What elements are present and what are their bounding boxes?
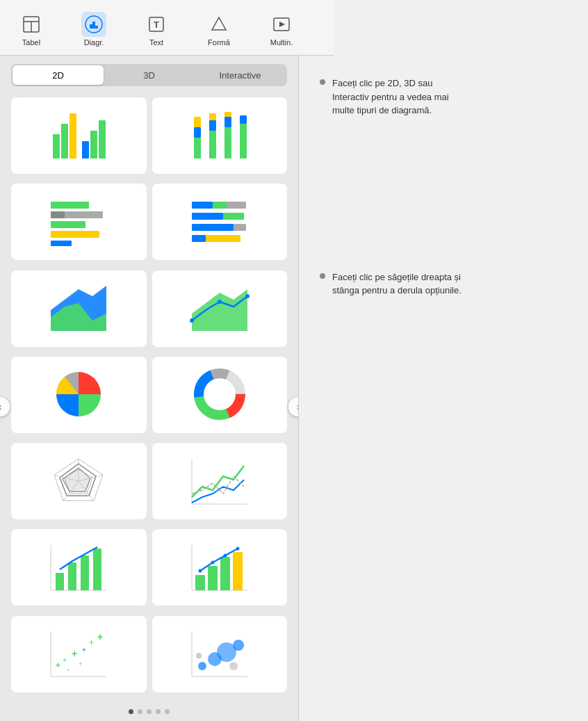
- chart-grid: + + + + + + + +: [0, 92, 298, 702]
- chart-cell-horizontal-bar-2[interactable]: [152, 184, 288, 260]
- media-icon: [269, 12, 294, 37]
- svg-point-46: [245, 294, 250, 298]
- svg-point-76: [198, 569, 202, 572]
- svg-rect-26: [51, 202, 89, 209]
- chart-cell-area[interactable]: [11, 270, 147, 347]
- svg-rect-36: [223, 213, 244, 220]
- svg-rect-31: [51, 241, 72, 246]
- chart-panel: 2D 3D Interactive ‹: [0, 56, 299, 721]
- svg-marker-56: [63, 468, 90, 492]
- toolbar-media[interactable]: Multin.: [250, 9, 313, 49]
- toolbar-text[interactable]: T Text: [125, 9, 188, 49]
- chart-cell-bar-grouped[interactable]: [11, 97, 147, 174]
- svg-point-77: [211, 560, 214, 564]
- svg-rect-35: [192, 213, 223, 220]
- svg-rect-23: [240, 124, 247, 159]
- svg-text:+: +: [67, 667, 70, 673]
- svg-rect-66: [56, 573, 64, 590]
- svg-point-92: [198, 662, 206, 670]
- svg-rect-24: [240, 115, 247, 124]
- callout-2-text: Faceți clic pe săgețile dreapta și stâng…: [332, 270, 471, 298]
- toolbar: Tabel Diagr. T Text Formă: [0, 0, 334, 56]
- toolbar-forma-label: Formă: [208, 38, 230, 47]
- svg-rect-74: [220, 557, 230, 590]
- svg-rect-16: [194, 117, 201, 127]
- callout-2: Faceți clic pe săgețile dreapta și stâng…: [320, 270, 567, 298]
- chart-cell-bar-line-2[interactable]: [152, 529, 288, 606]
- segmented-control: 2D 3D Interactive: [11, 64, 287, 86]
- seg-btn-interactive[interactable]: Interactive: [195, 65, 286, 85]
- svg-rect-38: [234, 224, 246, 231]
- chart-cell-scatter[interactable]: + + + + + + + +: [11, 616, 147, 692]
- table-icon: [19, 12, 44, 37]
- callout-2-line: [320, 270, 325, 279]
- chart-cell-bubble[interactable]: [152, 616, 288, 692]
- toolbar-diagrama[interactable]: Diagr.: [63, 9, 125, 49]
- dot-2[interactable]: [138, 709, 142, 714]
- svg-rect-69: [93, 549, 101, 590]
- chart-cell-horizontal-bar[interactable]: [11, 184, 147, 260]
- svg-rect-17: [209, 131, 216, 159]
- toolbar-forma[interactable]: Formă: [188, 9, 250, 49]
- svg-text:+: +: [56, 661, 60, 670]
- svg-rect-22: [224, 112, 231, 117]
- svg-rect-15: [194, 127, 201, 138]
- svg-point-44: [190, 318, 194, 323]
- svg-rect-28: [51, 211, 65, 218]
- svg-point-96: [196, 653, 202, 658]
- svg-rect-72: [195, 575, 205, 590]
- text-icon: T: [144, 12, 169, 37]
- callout-1: Faceți clic pe 2D, 3D sau Interactiv pen…: [320, 76, 567, 118]
- callout-1-dot: [320, 79, 325, 85]
- callout-1-text: Faceți clic pe 2D, 3D sau Interactiv pen…: [332, 76, 471, 118]
- chart-cell-bar-stacked[interactable]: [152, 97, 288, 174]
- svg-rect-14: [194, 138, 201, 159]
- svg-rect-37: [192, 224, 234, 231]
- svg-point-95: [233, 640, 244, 651]
- svg-rect-19: [209, 113, 216, 120]
- svg-rect-13: [99, 120, 106, 159]
- svg-point-45: [218, 300, 222, 304]
- svg-rect-34: [227, 202, 246, 209]
- svg-text:+: +: [82, 646, 86, 654]
- svg-rect-40: [206, 235, 240, 242]
- svg-text:T: T: [154, 19, 159, 30]
- chart-cell-bar-line[interactable]: [11, 529, 147, 606]
- chart-cell-donut[interactable]: [152, 357, 288, 433]
- chart-cell-radar[interactable]: [11, 443, 147, 519]
- svg-rect-18: [209, 120, 216, 131]
- svg-rect-9: [61, 124, 68, 159]
- dot-4[interactable]: [156, 709, 161, 714]
- svg-rect-8: [53, 134, 60, 159]
- toolbar-diagrama-label: Diagr.: [84, 38, 104, 47]
- callout-2-dot: [320, 273, 325, 279]
- svg-text:+: +: [79, 661, 82, 667]
- seg-btn-3d[interactable]: 3D: [104, 65, 195, 85]
- pagination-dots: [0, 702, 298, 721]
- chart-bar-icon: [81, 12, 106, 37]
- chart-cell-area-line[interactable]: [152, 270, 288, 347]
- seg-btn-2d[interactable]: 2D: [13, 65, 104, 85]
- chart-cell-pie[interactable]: [11, 357, 147, 433]
- shape-icon: [206, 12, 231, 37]
- svg-rect-32: [192, 202, 213, 209]
- svg-rect-20: [224, 127, 231, 159]
- toolbar-tabel-label: Tabel: [22, 38, 40, 47]
- svg-rect-10: [70, 113, 76, 159]
- chart-cell-line[interactable]: [152, 443, 288, 519]
- callout-area: Faceți clic pe 2D, 3D sau Interactiv pen…: [299, 56, 588, 721]
- svg-rect-30: [51, 231, 99, 238]
- svg-text:+: +: [72, 648, 77, 659]
- toolbar-tabel[interactable]: Tabel: [0, 9, 63, 49]
- callout-1-line: [320, 76, 325, 85]
- svg-rect-33: [213, 202, 227, 209]
- svg-rect-73: [208, 566, 218, 590]
- dot-1[interactable]: [129, 709, 133, 714]
- dot-3[interactable]: [147, 709, 152, 714]
- dot-5[interactable]: [165, 709, 170, 714]
- svg-rect-39: [192, 235, 206, 242]
- svg-rect-67: [68, 562, 76, 590]
- svg-point-79: [236, 546, 239, 550]
- svg-text:+: +: [63, 656, 67, 664]
- svg-point-78: [223, 553, 227, 557]
